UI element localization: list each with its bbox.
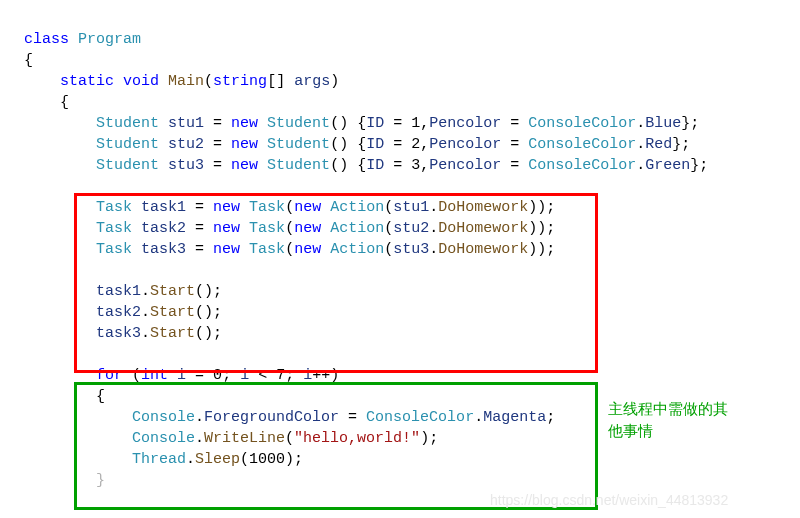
keyword-void: void (123, 73, 159, 90)
annotation-text: 主线程中需做的其 他事情 (608, 398, 768, 442)
brace-open: { (60, 94, 69, 111)
brace-open: { (24, 52, 33, 69)
watermark-text: https://blog.csdn.net/weixin_44813932 (490, 490, 728, 511)
method-main: Main (168, 73, 204, 90)
keyword-string: string (213, 73, 267, 90)
type-program: Program (78, 31, 141, 48)
type-student: Student (96, 115, 159, 132)
param-args: args (294, 73, 330, 90)
keyword-for: for (96, 367, 123, 384)
keyword-static: static (60, 73, 114, 90)
string-literal: "hello,world!" (294, 430, 420, 447)
keyword-class: class (24, 31, 69, 48)
type-task: Task (96, 199, 132, 216)
